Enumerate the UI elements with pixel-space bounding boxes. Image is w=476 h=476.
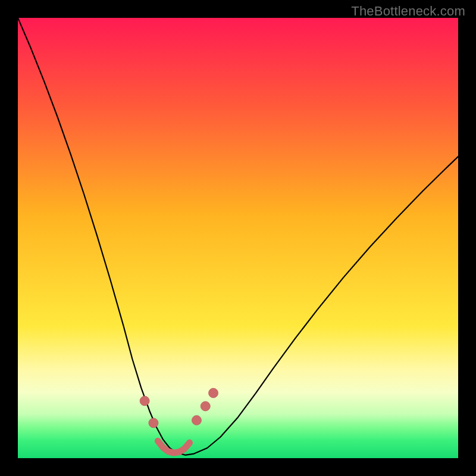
curve-marker: [201, 402, 210, 411]
curve-marker: [149, 418, 158, 428]
watermark-label: TheBottleneck.com: [351, 4, 465, 19]
chart-svg: [18, 18, 458, 458]
chart-frame: TheBottleneck.com: [0, 0, 476, 476]
curve-marker: [140, 396, 149, 406]
chart-background: [18, 18, 458, 458]
curve-marker: [192, 415, 201, 425]
plot-area: [18, 18, 458, 458]
curve-marker: [209, 388, 218, 397]
